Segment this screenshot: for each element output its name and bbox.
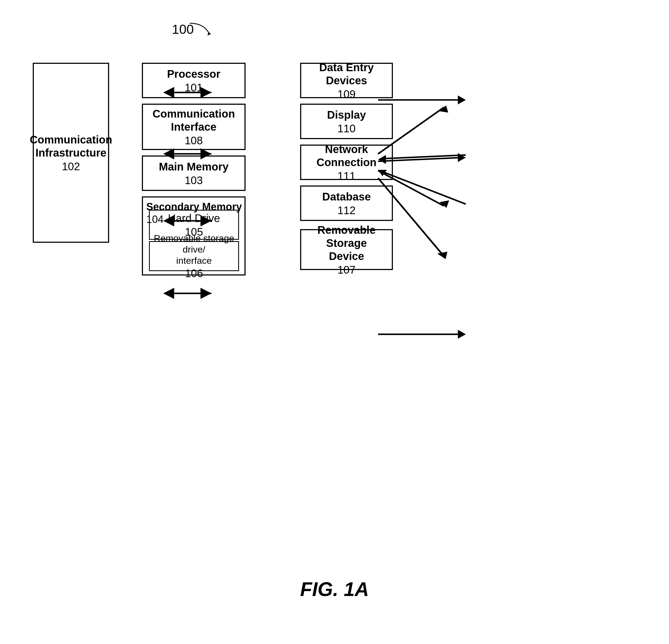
database-box: Database 112 (300, 185, 393, 221)
database-label: Database (322, 190, 371, 203)
comm-interface-number: 108 (185, 134, 203, 147)
svg-marker-22 (437, 252, 447, 259)
processor-number: 101 (185, 82, 203, 94)
network-number: 111 (338, 170, 356, 182)
processor-box: Processor 101 (142, 63, 245, 98)
removable-storage-label: Removable Storage Device (301, 224, 392, 263)
comm-interface-label: Communication Interface (153, 107, 235, 133)
processor-label: Processor (167, 67, 220, 81)
display-label: Display (327, 108, 366, 121)
svg-marker-14 (458, 96, 466, 104)
data-entry-number: 109 (338, 88, 356, 100)
svg-marker-10 (163, 288, 174, 299)
svg-marker-12 (201, 288, 211, 299)
svg-marker-24 (458, 330, 466, 339)
arrow-infra-secmem (163, 288, 211, 299)
main-memory-number: 103 (185, 174, 203, 187)
main-memory-label: Main Memory (159, 160, 229, 173)
svg-line-25 (382, 155, 466, 159)
arrow-removabledrive-removablestorage (378, 330, 466, 339)
secondary-memory-box: Secondary Memory 104 Hard Drive 105 Remo… (142, 196, 245, 275)
display-number: 110 (338, 123, 356, 135)
network-label: Network Connection (301, 143, 392, 169)
diagram-container: 100 Communication Infrastructure 102 Pro… (27, 22, 641, 431)
database-number: 112 (338, 204, 356, 217)
svg-line-27 (382, 171, 466, 204)
data-entry-box: Data Entry Devices 109 (300, 63, 393, 98)
svg-marker-18 (458, 153, 466, 162)
comm-interface-box: Communication Interface 108 (142, 104, 245, 150)
data-entry-label: Data Entry Devices (301, 61, 392, 87)
ref-label-100: 100 (172, 22, 194, 37)
display-box: Display 110 (300, 104, 393, 139)
comm-infra-number: 102 (62, 160, 80, 173)
svg-marker-0 (208, 32, 211, 35)
removable-drive-label: Removable storage drive/ interface (150, 233, 238, 266)
fig-label: FIG. 1A (300, 578, 369, 600)
comm-infra-box: Communication Infrastructure 102 (33, 63, 109, 243)
svg-marker-20 (440, 200, 449, 208)
removable-drive-box: Removable storage drive/ interface 106 (149, 241, 239, 271)
network-box: Network Connection 111 (300, 145, 393, 180)
svg-marker-16 (439, 105, 448, 113)
secondary-memory-label: Secondary Memory 104 (146, 201, 242, 226)
removable-storage-number: 107 (338, 264, 356, 276)
comm-infra-label: Communication Infrastructure (30, 133, 112, 159)
main-memory-box: Main Memory 103 (142, 156, 245, 191)
removable-drive-number: 106 (185, 267, 203, 280)
removable-storage-box: Removable Storage Device 107 (300, 229, 393, 270)
